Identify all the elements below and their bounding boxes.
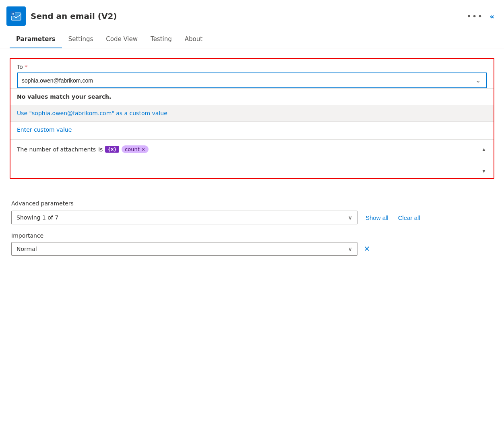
app-icon: O (6, 6, 26, 26)
header-right: ••• « (467, 11, 494, 21)
count-label: count (125, 146, 140, 152)
tab-code-view[interactable]: Code View (99, 31, 144, 48)
showing-select-wrapper: Showing 1 of 7 ∨ (11, 211, 357, 224)
enter-custom-value-option[interactable]: Enter custom value (10, 121, 494, 138)
no-values-text: No values match your search. (10, 89, 494, 105)
count-close-icon[interactable]: × (141, 147, 145, 152)
more-options-icon[interactable]: ••• (467, 11, 483, 21)
show-all-button[interactable]: Show all (364, 214, 390, 221)
to-field-container: To * ⌄ (10, 59, 494, 88)
advanced-row: Showing 1 of 7 ∨ Show all Clear all (11, 211, 493, 224)
importance-field-group: Importance Normal ∨ ✕ (11, 232, 493, 256)
showing-chevron-icon: ∨ (348, 214, 352, 221)
tabs-bar: Parameters Settings Code View Testing Ab… (0, 31, 504, 48)
condition-arrows: ▲ (481, 146, 487, 153)
condition-prefix: The number of attachments (17, 146, 96, 153)
move-up-button[interactable]: ▲ (481, 146, 487, 153)
condition-text: The number of attachments is {x} count × (17, 145, 149, 153)
header-left: O Send an email (V2) (6, 6, 117, 26)
condition-bar: The number of attachments is {x} count ×… (10, 139, 494, 159)
importance-label: Importance (11, 232, 493, 239)
separator (10, 192, 494, 192)
importance-chevron-icon: ∨ (348, 246, 352, 252)
showing-select[interactable]: Showing 1 of 7 ∨ (11, 211, 357, 224)
svg-text:O: O (11, 12, 14, 16)
importance-select-wrapper: Normal ∨ (11, 242, 357, 256)
importance-row: Normal ∨ ✕ (11, 242, 493, 256)
clear-all-button[interactable]: Clear all (397, 214, 422, 221)
to-label: To * (17, 64, 487, 70)
app-title: Send an email (V2) (31, 11, 117, 21)
tab-settings[interactable]: Settings (62, 31, 100, 48)
tab-about[interactable]: About (178, 31, 209, 48)
advanced-section: Advanced parameters Showing 1 of 7 ∨ Sho… (10, 200, 494, 256)
use-custom-value-option[interactable]: Use "sophia.owen@fabrikom.com" as a cust… (10, 105, 494, 121)
tab-parameters[interactable]: Parameters (10, 31, 62, 48)
importance-clear-button[interactable]: ✕ (362, 244, 372, 253)
tab-testing[interactable]: Testing (144, 31, 178, 48)
dropdown-suggestions: No values match your search. Use "sophia… (10, 88, 494, 138)
app-container: O Send an email (V2) ••• « Parameters Se… (0, 0, 504, 265)
collapse-icon[interactable]: « (490, 12, 494, 21)
to-dropdown-button[interactable]: ⌄ (474, 76, 482, 85)
showing-value: Showing 1 of 7 (17, 214, 58, 221)
red-border-section: To * ⌄ No values match your search. Use … (10, 58, 494, 179)
condition-is: is (98, 146, 103, 153)
fx-badge[interactable]: {x} (105, 146, 119, 153)
to-input-wrapper: ⌄ (17, 72, 487, 88)
count-chip: count × (122, 145, 149, 153)
advanced-parameters-label: Advanced parameters (11, 200, 493, 207)
main-content: To * ⌄ No values match your search. Use … (0, 48, 504, 265)
importance-select[interactable]: Normal ∨ (11, 242, 357, 256)
importance-value: Normal (17, 246, 37, 252)
to-input[interactable] (22, 77, 474, 84)
header: O Send an email (V2) ••• « (0, 0, 504, 31)
bottom-space: ▼ (10, 159, 494, 178)
move-down-button[interactable]: ▼ (481, 168, 487, 175)
